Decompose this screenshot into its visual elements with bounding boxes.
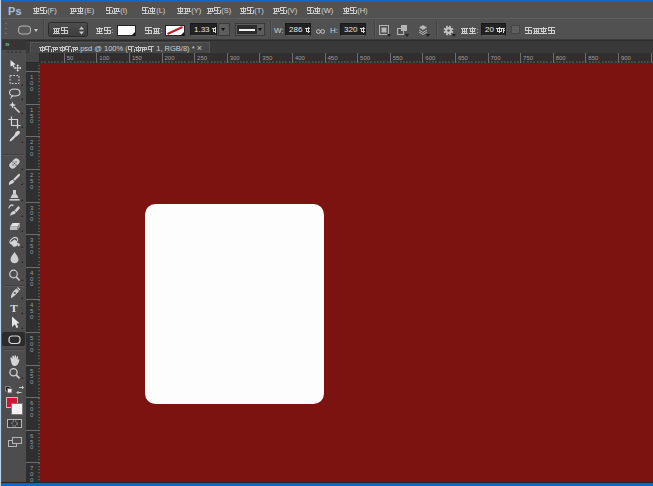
svg-text:750: 750 xyxy=(523,55,534,61)
svg-text:0: 0 xyxy=(30,314,34,320)
svg-text:0: 0 xyxy=(30,151,34,157)
svg-text:500: 500 xyxy=(360,55,371,61)
svg-text:600: 600 xyxy=(425,55,436,61)
svg-text:800: 800 xyxy=(556,55,567,61)
svg-text:0: 0 xyxy=(30,444,34,450)
svg-text:900: 900 xyxy=(621,55,632,61)
svg-text:0: 0 xyxy=(30,412,34,418)
svg-text:400: 400 xyxy=(295,55,306,61)
svg-text:0: 0 xyxy=(30,216,34,222)
svg-text:250: 250 xyxy=(197,55,208,61)
svg-text:300: 300 xyxy=(230,55,241,61)
svg-text:0: 0 xyxy=(30,184,34,190)
svg-text:700: 700 xyxy=(491,55,502,61)
svg-text:650: 650 xyxy=(458,55,469,61)
svg-text:550: 550 xyxy=(393,55,404,61)
svg-text:0: 0 xyxy=(30,281,34,287)
svg-text:0: 0 xyxy=(30,379,34,385)
svg-text:150: 150 xyxy=(132,55,143,61)
svg-text:0: 0 xyxy=(30,249,34,255)
svg-text:850: 850 xyxy=(588,55,599,61)
svg-text:0: 0 xyxy=(30,118,34,124)
svg-text:100: 100 xyxy=(99,55,110,61)
svg-text:200: 200 xyxy=(165,55,176,61)
svg-text:450: 450 xyxy=(328,55,339,61)
svg-text:0: 0 xyxy=(30,86,34,92)
svg-text:50: 50 xyxy=(67,55,74,61)
svg-text:0: 0 xyxy=(30,347,34,353)
svg-text:350: 350 xyxy=(262,55,273,61)
